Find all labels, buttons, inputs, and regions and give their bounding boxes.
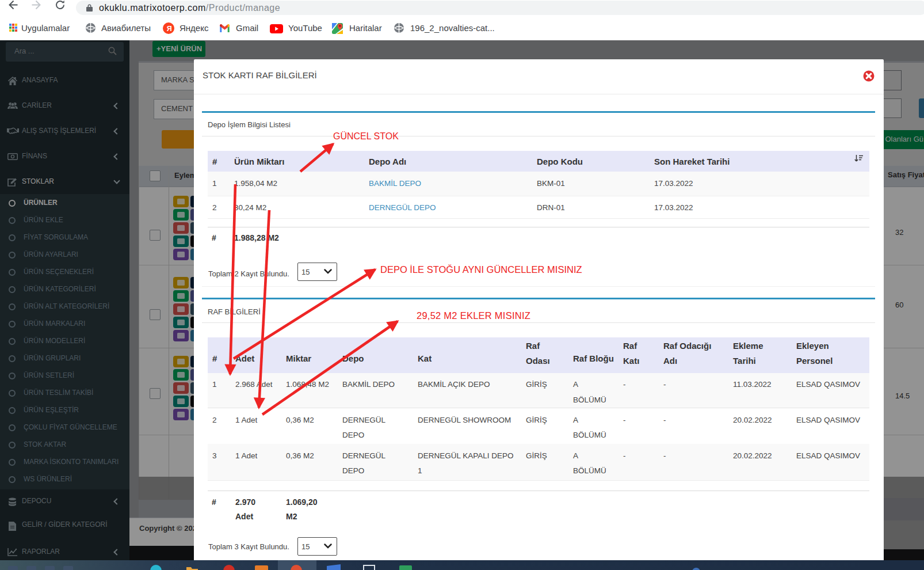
svg-text:Я: Я [167, 25, 172, 33]
